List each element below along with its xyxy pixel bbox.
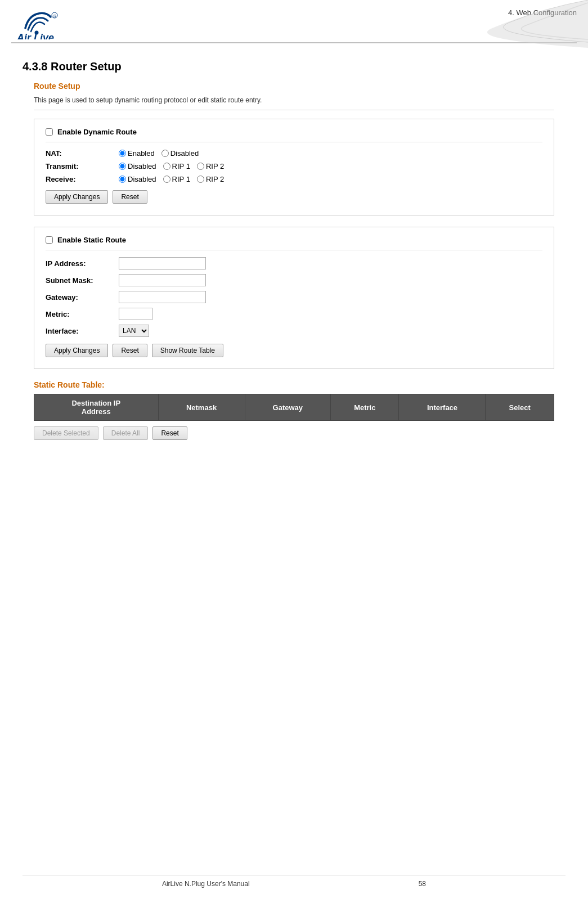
enable-dynamic-row: Enable Dynamic Route (46, 128, 542, 142)
transmit-rip2-radio[interactable] (197, 163, 204, 170)
route-table: Destination IPAddress Netmask Gateway Me… (34, 394, 554, 421)
dynamic-reset-button[interactable]: Reset (113, 190, 147, 204)
footer-page-number: 58 (419, 880, 426, 888)
static-reset-button[interactable]: Reset (113, 344, 147, 357)
transmit-disabled-label: Disabled (128, 162, 156, 170)
col-interface: Interface (399, 394, 486, 421)
transmit-rip1-radio[interactable] (163, 163, 170, 170)
header-title: 4. Web Configuration (508, 6, 577, 17)
nat-disabled-option[interactable]: Disabled (161, 149, 199, 158)
transmit-rip2-option[interactable]: RIP 2 (197, 162, 224, 170)
nat-enabled-label: Enabled (128, 149, 155, 158)
table-section: Static Route Table: Destination IPAddres… (34, 380, 554, 440)
delete-all-button: Delete All (103, 426, 149, 440)
nat-enabled-option[interactable]: Enabled (119, 149, 155, 158)
page-title: 4.3.8 Router Setup (0, 49, 588, 82)
static-route-panel: Enable Static Route IP Address: Subnet M… (34, 227, 554, 369)
static-button-row: Apply Changes Reset Show Route Table (46, 344, 542, 357)
transmit-rip2-label: RIP 2 (206, 162, 224, 170)
description-text: This page is used to setup dynamic routi… (34, 96, 554, 110)
nat-row: NAT: Enabled Disabled (46, 149, 542, 158)
gateway-input[interactable] (119, 291, 206, 303)
metric-row: Metric: (46, 308, 542, 320)
nat-enabled-radio[interactable] (119, 150, 126, 157)
receive-rip2-radio[interactable] (197, 176, 204, 183)
interface-row: Interface: LAN WAN (46, 325, 542, 337)
transmit-rip1-label: RIP 1 (172, 162, 190, 170)
metric-input[interactable] (119, 308, 152, 320)
nat-radio-group: Enabled Disabled (119, 149, 199, 158)
col-metric: Metric (331, 394, 399, 421)
receive-disabled-radio[interactable] (119, 176, 126, 183)
receive-label: Receive: (46, 175, 119, 183)
gateway-label: Gateway: (46, 293, 119, 302)
transmit-disabled-radio[interactable] (119, 163, 126, 170)
svg-text:Air Live: Air Live (16, 32, 54, 39)
metric-label: Metric: (46, 310, 119, 318)
transmit-disabled-option[interactable]: Disabled (119, 162, 156, 170)
receive-radio-group: Disabled RIP 1 RIP 2 (119, 175, 224, 183)
receive-disabled-label: Disabled (128, 175, 156, 183)
header: R Air Live 4. Web Configuration (0, 0, 588, 39)
table-header-row: Destination IPAddress Netmask Gateway Me… (34, 394, 554, 421)
receive-rip2-label: RIP 2 (206, 175, 224, 183)
static-apply-button[interactable]: Apply Changes (46, 344, 108, 357)
ip-address-label: IP Address: (46, 259, 119, 268)
col-select: Select (486, 394, 554, 421)
delete-selected-button: Delete Selected (34, 426, 98, 440)
table-button-row: Delete Selected Delete All Reset (34, 426, 554, 440)
receive-rip1-radio[interactable] (163, 176, 170, 183)
transmit-row: Transmit: Disabled RIP 1 RIP 2 (46, 162, 542, 170)
enable-static-row: Enable Static Route (46, 236, 542, 250)
enable-static-checkbox[interactable] (46, 236, 53, 244)
show-route-table-button[interactable]: Show Route Table (152, 344, 223, 357)
gateway-row: Gateway: (46, 291, 542, 303)
dynamic-apply-button[interactable]: Apply Changes (46, 190, 108, 204)
nat-disabled-radio[interactable] (161, 150, 169, 157)
transmit-rip1-option[interactable]: RIP 1 (163, 162, 190, 170)
nat-disabled-label: Disabled (170, 149, 199, 158)
receive-disabled-option[interactable]: Disabled (119, 175, 156, 183)
enable-dynamic-label: Enable Dynamic Route (57, 128, 137, 136)
transmit-label: Transmit: (46, 162, 119, 170)
footer: AirLive N.Plug User's Manual 58 (23, 875, 565, 888)
table-title: Static Route Table: (34, 380, 554, 389)
transmit-radio-group: Disabled RIP 1 RIP 2 (119, 162, 224, 170)
table-reset-button[interactable]: Reset (152, 426, 187, 440)
dynamic-route-panel: Enable Dynamic Route NAT: Enabled Disabl… (34, 119, 554, 215)
nat-label: NAT: (46, 149, 119, 158)
ip-address-input[interactable] (119, 257, 206, 269)
footer-text: AirLive N.Plug User's Manual (162, 880, 250, 888)
subnet-mask-label: Subnet Mask: (46, 276, 119, 285)
airlive-logo: R Air Live (11, 6, 90, 39)
receive-rip1-option[interactable]: RIP 1 (163, 175, 190, 183)
svg-text:R: R (53, 14, 56, 18)
subnet-mask-row: Subnet Mask: (46, 274, 542, 286)
receive-rip1-label: RIP 1 (172, 175, 190, 183)
section-header: Route Setup (34, 82, 554, 91)
logo-area: R Air Live (11, 6, 90, 39)
interface-label: Interface: (46, 327, 119, 335)
enable-static-label: Enable Static Route (57, 236, 126, 244)
dynamic-button-row: Apply Changes Reset (46, 190, 542, 204)
receive-row: Receive: Disabled RIP 1 RIP 2 (46, 175, 542, 183)
main-content: Route Setup This page is used to setup d… (0, 82, 588, 440)
col-gateway: Gateway (245, 394, 331, 421)
col-netmask: Netmask (158, 394, 245, 421)
interface-select[interactable]: LAN WAN (119, 325, 149, 337)
receive-rip2-option[interactable]: RIP 2 (197, 175, 224, 183)
col-destination-ip: Destination IPAddress (34, 394, 159, 421)
header-separator (11, 42, 577, 43)
subnet-mask-input[interactable] (119, 274, 206, 286)
enable-dynamic-checkbox[interactable] (46, 128, 53, 136)
ip-address-row: IP Address: (46, 257, 542, 269)
